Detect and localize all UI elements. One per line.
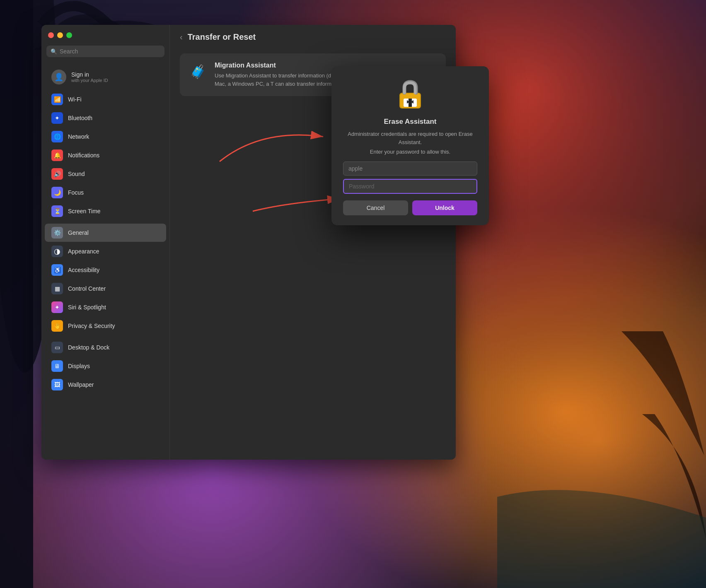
sidebar-item-siri[interactable]: ✦ Siri & Spotlight <box>45 298 166 316</box>
sidebar-item-label-bluetooth: Bluetooth <box>68 115 92 121</box>
sidebar-item-screentime[interactable]: ⏳ Screen Time <box>45 202 166 220</box>
svg-point-10 <box>409 101 411 103</box>
password-field[interactable] <box>343 179 477 194</box>
sidebar-item-general[interactable]: ⚙️ General <box>45 224 166 242</box>
content-header: ‹ Transfer or Reset <box>170 25 456 47</box>
user-avatar: 👤 <box>51 70 66 84</box>
sidebar-item-label-appearance: Appearance <box>68 248 99 255</box>
sidebar-item-label-siri: Siri & Spotlight <box>68 304 106 311</box>
general-icon: ⚙️ <box>51 227 63 239</box>
separator-2 <box>41 335 169 338</box>
sidebar-item-displays[interactable]: 🖥 Displays <box>45 357 166 375</box>
sidebar-item-wallpaper[interactable]: 🖼 Wallpaper <box>45 376 166 394</box>
minimize-button[interactable] <box>57 32 63 38</box>
sidebar-item-label-general: General <box>68 229 89 236</box>
sidebar-item-label-focus: Focus <box>68 189 84 196</box>
window-controls <box>41 25 169 42</box>
user-info: Sign in with your Apple ID <box>71 71 108 83</box>
dialog-buttons: Cancel Unlock <box>343 200 477 215</box>
privacy-icon: 🤚 <box>51 320 63 332</box>
sidebar-item-label-notifications: Notifications <box>68 152 99 159</box>
screentime-icon: ⏳ <box>51 205 63 217</box>
lock-icon-container <box>395 78 425 111</box>
maximize-button[interactable] <box>66 32 72 38</box>
sidebar-item-label-wallpaper: Wallpaper <box>68 381 94 388</box>
back-button[interactable]: ‹ <box>180 32 183 42</box>
sidebar-item-desktop[interactable]: ▭ Desktop & Dock <box>45 338 166 357</box>
sidebar-content: 👤 Sign in with your Apple ID 📶 Wi-Fi ✦ B… <box>41 62 169 460</box>
erase-assistant-dialog: Erase Assistant Administrator credential… <box>331 66 489 225</box>
user-subtitle: with your Apple ID <box>71 78 108 83</box>
sidebar-item-focus[interactable]: 🌙 Focus <box>45 183 166 202</box>
sound-icon: 🔊 <box>51 168 63 180</box>
dialog-title: Erase Assistant <box>384 118 437 126</box>
unlock-button[interactable]: Unlock <box>412 200 477 215</box>
sidebar-item-label-controlcenter: Control Center <box>68 285 106 292</box>
siri-icon: ✦ <box>51 301 63 313</box>
username-field[interactable] <box>343 161 477 176</box>
user-name: Sign in <box>71 71 108 78</box>
sidebar-item-network[interactable]: 🌐 Network <box>45 128 166 146</box>
desktop-icon: ▭ <box>51 342 63 353</box>
dialog-subtitle: Administrator credentials are required t… <box>343 130 477 146</box>
wifi-icon: 📶 <box>51 94 63 105</box>
sidebar-item-notifications[interactable]: 🔔 Notifications <box>45 146 166 164</box>
search-icon: 🔍 <box>51 48 57 55</box>
accessibility-icon: ♿ <box>51 264 63 276</box>
sidebar-item-sound[interactable]: 🔊 Sound <box>45 165 166 183</box>
user-profile[interactable]: 👤 Sign in with your Apple ID <box>45 65 166 89</box>
close-button[interactable] <box>48 32 54 38</box>
sidebar-item-wifi[interactable]: 📶 Wi-Fi <box>45 90 166 108</box>
wallpaper-icon: 🖼 <box>51 379 63 390</box>
lock-icon <box>395 78 425 111</box>
controlcenter-icon: ▦ <box>51 283 63 294</box>
sidebar: 🔍 Search 👤 Sign in with your Apple ID 📶 … <box>41 25 170 460</box>
search-bar[interactable]: 🔍 Search <box>46 46 164 57</box>
sidebar-item-label-desktop: Desktop & Dock <box>68 344 109 351</box>
focus-icon: 🌙 <box>51 187 63 198</box>
sidebar-item-label-displays: Displays <box>68 363 90 369</box>
notifications-icon: 🔔 <box>51 149 63 161</box>
displays-icon: 🖥 <box>51 360 63 372</box>
separator-1 <box>41 221 169 223</box>
dialog-overlay: Erase Assistant Administrator credential… <box>331 66 489 225</box>
network-icon: 🌐 <box>51 131 63 142</box>
sidebar-item-label-accessibility: Accessibility <box>68 267 99 273</box>
sidebar-item-label-wifi: Wi-Fi <box>68 96 82 103</box>
sidebar-item-appearance[interactable]: ◑ Appearance <box>45 242 166 260</box>
cancel-button[interactable]: Cancel <box>343 200 408 215</box>
bluetooth-icon: ✦ <box>51 112 63 124</box>
content-title: Transfer or Reset <box>188 32 256 42</box>
dialog-hint: Enter your password to allow this. <box>370 149 450 155</box>
sidebar-item-label-network: Network <box>68 133 89 140</box>
sidebar-item-privacy[interactable]: 🤚 Privacy & Security <box>45 317 166 335</box>
sidebar-item-bluetooth[interactable]: ✦ Bluetooth <box>45 109 166 127</box>
sidebar-item-accessibility[interactable]: ♿ Accessibility <box>45 261 166 279</box>
search-label: Search <box>60 48 78 55</box>
appearance-icon: ◑ <box>51 246 63 257</box>
sidebar-item-label-screentime: Screen Time <box>68 208 101 214</box>
sidebar-item-controlcenter[interactable]: ▦ Control Center <box>45 280 166 298</box>
sidebar-item-label-privacy: Privacy & Security <box>68 323 115 329</box>
sidebar-item-label-sound: Sound <box>68 171 85 177</box>
migration-icon: 🧳 <box>188 62 208 82</box>
